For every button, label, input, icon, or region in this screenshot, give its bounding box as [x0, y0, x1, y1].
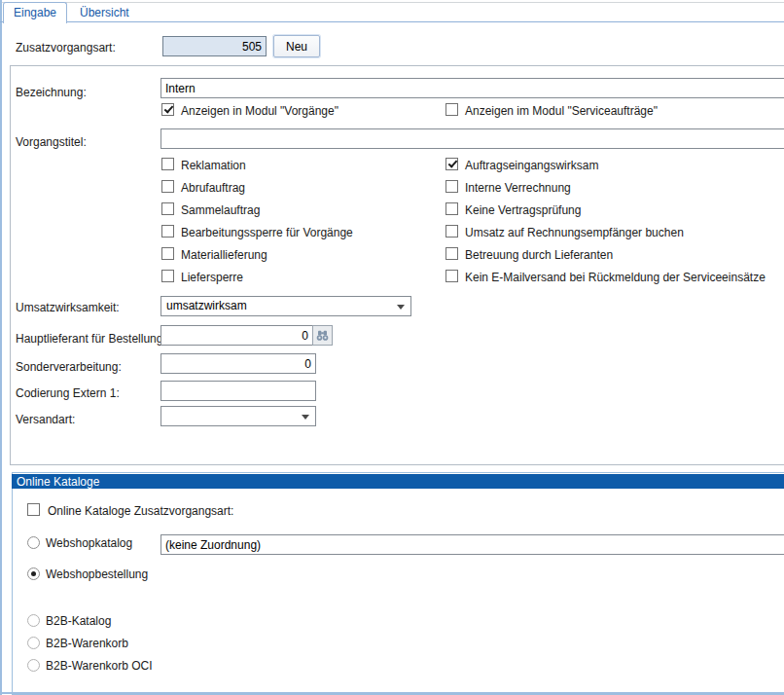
bezeichnung-input[interactable] [160, 78, 784, 98]
form-window: Eingabe Übersicht Zusatzvorgangsart: Neu… [0, 0, 784, 695]
checkbox-keine-vertragspruefung[interactable] [445, 202, 458, 215]
radio-webshopbestellung[interactable] [27, 567, 40, 580]
checkbox-auftragseingangswirksam-label: Auftragseingangswirksam [465, 159, 598, 172]
checkbox-materiallieferung-label: Materiallieferung [181, 248, 267, 262]
checkbox-anzeigen-serviceauftraege-label: Anzeigen im Modul "Serviceaufträge" [465, 104, 658, 118]
checkbox-anzeigen-serviceauftraege[interactable] [445, 103, 458, 116]
main-groupbox [10, 65, 784, 465]
sonderverarbeitung-label: Sonderverarbeitung: [16, 360, 122, 374]
hauptlieferant-input[interactable] [160, 325, 313, 346]
checkbox-liefersperre[interactable] [161, 270, 174, 282]
radio-b2b-warenkorb[interactable] [27, 637, 40, 649]
hauptlieferant-label: Hauptlieferant für Bestellung: [16, 332, 166, 346]
checkbox-abrufauftrag-label: Abrufauftrag [181, 181, 245, 195]
checkbox-auftragseingangswirksam[interactable] [445, 158, 458, 170]
neu-button[interactable]: Neu [273, 35, 320, 57]
checkbox-anzeigen-vorgaenge-label: Anzeigen in Modul "Vorgänge" [181, 104, 339, 118]
checkbox-kein-emailversand[interactable] [445, 270, 458, 282]
codierung-extern-label: Codierung Extern 1: [16, 386, 120, 400]
umsatzwirksamkeit-dropdown[interactable]: umsatzwirksam [160, 296, 411, 316]
checkbox-betreuung-lieferanten[interactable] [445, 247, 458, 260]
versandart-label: Versandart: [16, 413, 75, 426]
radio-webshopkatalog-label: Webshopkatalog [46, 536, 132, 550]
radio-webshopkatalog[interactable] [27, 536, 40, 549]
checkbox-interne-verrechnung-label: Interne Verrechnung [465, 181, 571, 195]
vorgangstitel-label: Vorgangstitel: [16, 135, 87, 149]
zuordnung-input[interactable] [160, 534, 784, 555]
checkbox-reklamation-label: Reklamation [181, 159, 246, 172]
zusatzvorgangsart-input[interactable] [162, 36, 267, 56]
lookup-button[interactable] [312, 325, 333, 346]
sonderverarbeitung-input[interactable] [160, 353, 316, 374]
checkbox-reklamation[interactable] [161, 158, 174, 170]
checkbox-materiallieferung[interactable] [161, 247, 174, 260]
left-panel-border [0, 0, 2, 695]
chevron-down-icon [302, 415, 309, 420]
bezeichnung-label: Bezeichnung: [16, 86, 87, 99]
versandart-dropdown[interactable] [160, 406, 316, 426]
checkbox-kein-emailversand-label: Kein E-Mailversand bei Rückmeldung der S… [465, 271, 766, 284]
tab-eingabe[interactable]: Eingabe [3, 2, 67, 23]
checkbox-abrufauftrag[interactable] [161, 180, 174, 193]
checkbox-betreuung-lieferanten-label: Betreuung durch Lieferanten [465, 248, 613, 262]
checkbox-bearbeitungssperre-label: Bearbeitungssperre für Vorgänge [181, 226, 353, 239]
checkbox-umsatz-rechnungsempfaenger[interactable] [445, 225, 458, 238]
checkbox-umsatz-rechnungsempfaenger-label: Umsatz auf Rechnungsempfänger buchen [465, 226, 684, 239]
radio-b2b-katalog-label: B2B-Katalog [46, 614, 111, 628]
checkbox-online-kataloge-zusatzvorgangsart[interactable] [27, 503, 40, 516]
checkbox-sammelauftrag[interactable] [161, 202, 174, 215]
checkbox-sammelauftrag-label: Sammelauftrag [181, 203, 260, 217]
radio-b2b-warenkorb-oci-label: B2B-Warenkorb OCI [46, 659, 153, 673]
checkbox-bearbeitungssperre[interactable] [161, 225, 174, 238]
online-kataloge-header-title: Online Kataloge [17, 475, 99, 489]
codierung-extern-input[interactable] [160, 381, 316, 401]
checkbox-anzeigen-vorgaenge[interactable] [161, 103, 174, 116]
vorgangstitel-input[interactable] [160, 128, 784, 149]
chevron-down-icon [397, 305, 405, 310]
umsatzwirksamkeit-label: Umsatzwirksamkeit: [16, 301, 120, 314]
radio-b2b-katalog[interactable] [27, 614, 40, 627]
umsatzwirksamkeit-value: umsatzwirksam [166, 299, 247, 312]
checkbox-liefersperre-label: Liefersperre [181, 271, 243, 284]
zusatzvorgangsart-label: Zusatzvorgangsart: [16, 41, 116, 55]
binoculars-icon [315, 328, 330, 343]
radio-webshopbestellung-label: Webshopbestellung [46, 567, 148, 581]
radio-b2b-warenkorb-oci[interactable] [27, 659, 40, 672]
radio-b2b-warenkorb-label: B2B-Warenkorb [46, 637, 128, 650]
checkbox-online-kataloge-label: Online Kataloge Zusatzvorgangsart: [48, 504, 233, 518]
tab-uebersicht[interactable]: Übersicht [70, 4, 139, 22]
checkbox-keine-vertragspruefung-label: Keine Vertragsprüfung [465, 203, 581, 217]
online-kataloge-header-bar [12, 474, 784, 489]
checkbox-interne-verrechnung[interactable] [445, 180, 458, 193]
